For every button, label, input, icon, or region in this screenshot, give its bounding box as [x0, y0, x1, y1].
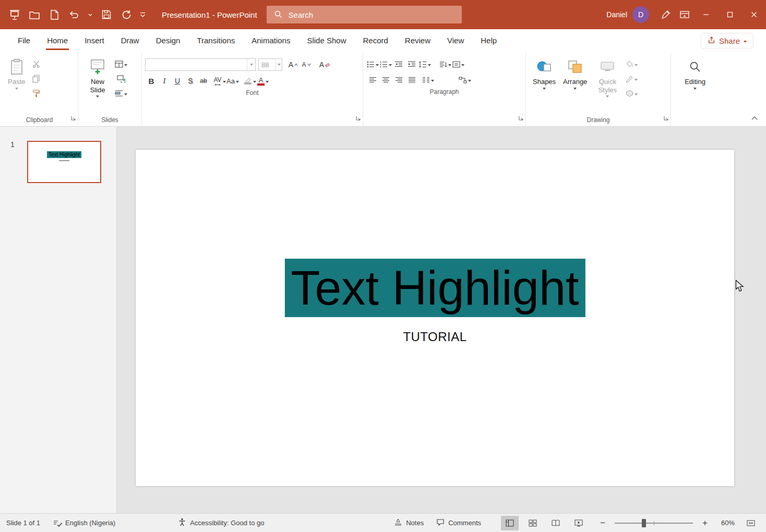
section-button[interactable] — [115, 88, 127, 99]
editing-button[interactable]: Editing — [681, 54, 709, 91]
undo-button[interactable] — [65, 5, 83, 24]
align-center-button[interactable] — [379, 74, 392, 86]
tab-insert[interactable]: Insert — [76, 29, 113, 52]
tab-view[interactable]: View — [439, 29, 472, 52]
close-button[interactable] — [742, 0, 766, 29]
text-direction-button[interactable] — [439, 58, 451, 70]
subtitle[interactable]: TUTORIAL — [403, 330, 466, 344]
new-slide-button[interactable]: New Slide — [81, 54, 114, 99]
text-shadow-button[interactable]: S — [184, 75, 197, 87]
new-file-button[interactable] — [45, 5, 64, 24]
tab-record[interactable]: Record — [354, 29, 396, 52]
zoom-in-button[interactable]: + — [700, 518, 710, 528]
align-right-button[interactable] — [392, 74, 405, 86]
comments-button[interactable]: Comments — [436, 518, 481, 528]
font-name-input[interactable] — [146, 61, 247, 69]
zoom-slider[interactable] — [615, 523, 693, 524]
zoom-out-button[interactable]: − — [598, 518, 607, 528]
font-dialog-launcher[interactable] — [355, 114, 361, 123]
avatar[interactable]: D — [632, 6, 649, 23]
spellcheck-button[interactable] — [53, 519, 62, 527]
reading-view-button[interactable] — [547, 516, 565, 530]
minimize-button[interactable] — [694, 0, 718, 29]
zoom-slider-thumb[interactable] — [642, 519, 646, 527]
shape-effects-button[interactable] — [625, 88, 638, 99]
shape-fill-button[interactable] — [625, 58, 638, 70]
open-button[interactable] — [25, 5, 44, 24]
font-size-combobox[interactable] — [258, 58, 282, 71]
paragraph-dialog-launcher[interactable] — [518, 114, 523, 123]
convert-to-smartart-button[interactable] — [459, 74, 471, 86]
chevron-down-icon[interactable] — [247, 59, 255, 70]
highlighted-title[interactable]: Text Highlight — [284, 259, 585, 317]
qat-customize-button[interactable] — [137, 5, 148, 24]
layout-button[interactable] — [115, 58, 127, 70]
redo-button[interactable] — [117, 5, 136, 24]
shape-outline-button[interactable] — [625, 73, 638, 84]
accessibility-button[interactable]: Accessibility: Good to go — [178, 518, 264, 528]
cut-button[interactable] — [30, 58, 42, 70]
clear-formatting-button[interactable]: A — [318, 59, 331, 70]
arrange-button[interactable]: Arrange — [559, 54, 591, 91]
numbering-button[interactable] — [379, 58, 392, 70]
line-spacing-button[interactable] — [418, 58, 431, 70]
font-size-input[interactable] — [259, 61, 276, 69]
quick-styles-button[interactable]: Quick Styles — [591, 54, 624, 99]
drawing-dialog-launcher[interactable] — [663, 114, 668, 123]
character-spacing-button[interactable]: AV — [213, 75, 226, 87]
collapse-ribbon-button[interactable] — [751, 113, 758, 122]
tab-transitions[interactable]: Transitions — [188, 29, 243, 52]
tab-file[interactable]: File — [9, 29, 39, 52]
copy-button[interactable] — [30, 73, 42, 84]
text-highlight-color-button[interactable] — [244, 75, 256, 87]
align-text-button[interactable] — [452, 58, 464, 70]
clipboard-dialog-launcher[interactable] — [70, 114, 76, 123]
maximize-button[interactable] — [718, 0, 742, 29]
search-box[interactable]: Search — [267, 6, 462, 23]
shapes-button[interactable]: Shapes — [529, 54, 559, 91]
grow-font-button[interactable]: A — [287, 59, 300, 70]
slide-thumbnail[interactable]: Text Highlight — [27, 141, 101, 183]
slide-indicator[interactable]: Slide 1 of 1 — [6, 519, 40, 527]
notes-button[interactable]: Notes — [394, 518, 424, 527]
inking-pen-icon[interactable] — [656, 5, 675, 24]
font-name-combobox[interactable] — [145, 58, 256, 71]
tab-design[interactable]: Design — [148, 29, 189, 52]
normal-view-button[interactable] — [501, 516, 519, 530]
shrink-font-button[interactable]: A — [300, 59, 313, 70]
tab-help[interactable]: Help — [472, 29, 505, 52]
share-button[interactable]: Share — [701, 33, 753, 49]
format-painter-button[interactable] — [30, 88, 42, 99]
columns-button[interactable] — [422, 74, 434, 86]
font-color-button[interactable]: A — [257, 75, 269, 87]
align-left-button[interactable] — [366, 74, 379, 86]
slide-canvas-area[interactable]: Text Highlight TUTORIAL — [117, 127, 766, 513]
chevron-down-icon[interactable] — [276, 59, 282, 70]
zoom-level[interactable]: 60% — [715, 519, 735, 527]
slide-sorter-button[interactable] — [524, 516, 542, 530]
bold-button[interactable]: B — [145, 75, 158, 87]
underline-button[interactable]: U — [171, 75, 184, 87]
tab-home[interactable]: Home — [39, 29, 76, 52]
reset-button[interactable] — [115, 73, 127, 84]
tab-draw[interactable]: Draw — [113, 29, 148, 52]
tab-animations[interactable]: Animations — [243, 29, 298, 52]
strikethrough-button[interactable]: ab — [197, 75, 210, 87]
decrease-indent-button[interactable] — [392, 58, 405, 70]
user-name[interactable]: Daniel — [606, 10, 627, 19]
save-button[interactable] — [97, 5, 116, 24]
undo-dropdown-chevron-icon[interactable] — [85, 5, 96, 24]
italic-button[interactable]: I — [158, 75, 171, 87]
paste-button[interactable]: Paste — [4, 54, 29, 91]
slide-thumbnail-panel[interactable]: 1 Text Highlight — [0, 127, 117, 513]
tab-slide-show[interactable]: Slide Show — [298, 29, 354, 52]
slideshow-view-button[interactable] — [570, 516, 588, 530]
slide[interactable]: Text Highlight TUTORIAL — [136, 150, 734, 486]
increase-indent-button[interactable] — [405, 58, 418, 70]
change-case-button[interactable]: Aa — [226, 75, 239, 87]
justify-button[interactable] — [405, 74, 418, 86]
bullets-button[interactable] — [366, 58, 379, 70]
language-button[interactable]: English (Nigeria) — [65, 519, 115, 527]
tab-review[interactable]: Review — [397, 29, 439, 52]
ribbon-display-options-button[interactable] — [675, 5, 694, 24]
